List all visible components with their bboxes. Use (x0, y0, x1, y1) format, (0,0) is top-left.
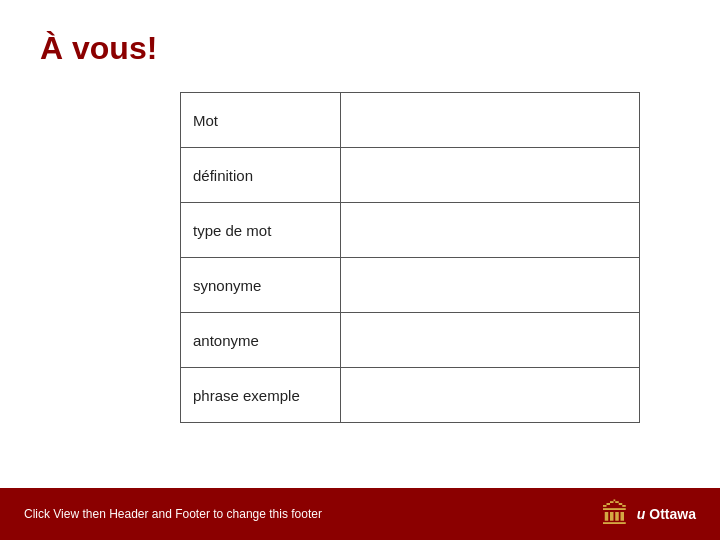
table-row: Mot (181, 93, 640, 148)
university-icon: 🏛 (601, 498, 629, 531)
table-row: synonyme (181, 258, 640, 313)
table-value-cell (340, 93, 639, 148)
table-label-cell: antonyme (181, 313, 341, 368)
table-row: phrase exemple (181, 368, 640, 423)
main-content: À vous! Motdéfinitiontype de motsynonyme… (0, 0, 720, 443)
table-value-cell (340, 258, 639, 313)
table-value-cell (340, 148, 639, 203)
footer: Click View then Header and Footer to cha… (0, 488, 720, 540)
table-value-cell (340, 203, 639, 258)
table-label-cell: Mot (181, 93, 341, 148)
table-row: définition (181, 148, 640, 203)
table-row: antonyme (181, 313, 640, 368)
table-value-cell (340, 313, 639, 368)
footer-logo-text: u Ottawa (637, 506, 696, 522)
footer-text: Click View then Header and Footer to cha… (24, 507, 322, 521)
table-label-cell: synonyme (181, 258, 341, 313)
table-label-cell: définition (181, 148, 341, 203)
logo-u-text: u (637, 506, 646, 522)
table-row: type de mot (181, 203, 640, 258)
footer-logo: 🏛 u Ottawa (601, 498, 696, 531)
vocab-table: Motdéfinitiontype de motsynonymeantonyme… (180, 92, 640, 423)
table-value-cell (340, 368, 639, 423)
table-label-cell: phrase exemple (181, 368, 341, 423)
page-title: À vous! (40, 30, 680, 67)
table-label-cell: type de mot (181, 203, 341, 258)
